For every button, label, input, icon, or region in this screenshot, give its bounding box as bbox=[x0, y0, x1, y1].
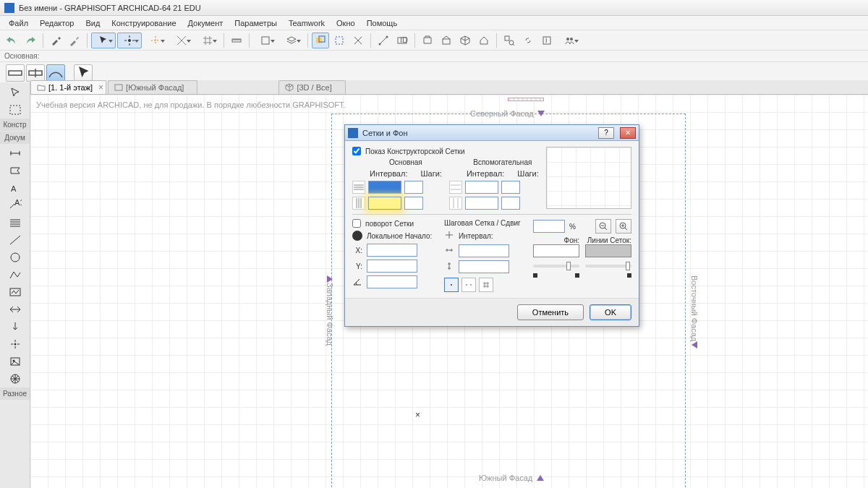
angle-input[interactable] bbox=[367, 275, 417, 288]
svg-point-30 bbox=[466, 284, 467, 286]
team-dropdown[interactable] bbox=[557, 33, 582, 48]
grid-snap-dropdown[interactable] bbox=[195, 33, 220, 48]
split-button[interactable] bbox=[349, 33, 367, 48]
zoom-in-button[interactable] bbox=[616, 219, 631, 234]
aux-v-interval-input[interactable] bbox=[465, 197, 498, 210]
trace-button[interactable] bbox=[312, 33, 329, 48]
west-elevation-marker[interactable]: Западный Фасад bbox=[326, 275, 334, 346]
3d-button[interactable] bbox=[456, 33, 474, 48]
dialog-titlebar[interactable]: Сетки и Фон ? ✕ bbox=[345, 125, 639, 141]
id-button[interactable]: ID bbox=[393, 33, 411, 48]
aux-v-steps-input[interactable] bbox=[501, 197, 520, 210]
zoom-input[interactable] bbox=[533, 220, 565, 233]
geometry-btn-1[interactable] bbox=[6, 64, 25, 82]
close-icon[interactable]: × bbox=[98, 83, 103, 92]
bg-intensity-slider[interactable] bbox=[533, 265, 579, 267]
arrow-tool[interactable] bbox=[6, 85, 25, 100]
info-button[interactable]: i bbox=[538, 33, 556, 48]
menu-window[interactable]: Окно bbox=[331, 17, 361, 29]
svg-rect-17 bbox=[9, 71, 22, 75]
geometry-btn-3[interactable] bbox=[46, 64, 65, 82]
aux-h-steps-input[interactable] bbox=[501, 181, 520, 194]
drag-handle[interactable] bbox=[508, 98, 544, 101]
svg-rect-2 bbox=[262, 37, 269, 44]
east-elevation-marker[interactable]: Восточный Фасад bbox=[690, 275, 699, 348]
cursor-tool-dropdown[interactable] bbox=[91, 33, 116, 48]
aux-h-interval-input[interactable] bbox=[465, 181, 498, 194]
menu-editor[interactable]: Редактор bbox=[34, 17, 80, 29]
tab-floor-plan[interactable]: [1. 1-й этаж] × bbox=[30, 80, 106, 94]
redo-button[interactable] bbox=[22, 33, 39, 48]
rotate-grid-checkbox[interactable] bbox=[352, 219, 361, 228]
close-button[interactable]: ✕ bbox=[620, 127, 636, 139]
south-elevation-marker[interactable]: Южный Фасад bbox=[479, 474, 544, 482]
home-button[interactable] bbox=[475, 33, 493, 48]
fill-tool[interactable] bbox=[6, 215, 25, 231]
find-select-button[interactable] bbox=[501, 33, 518, 48]
snap-mode-1[interactable] bbox=[444, 278, 459, 292]
dimension-tool[interactable] bbox=[6, 145, 25, 161]
snap-v-input[interactable] bbox=[459, 260, 509, 273]
snap-point-dropdown[interactable] bbox=[117, 33, 142, 48]
ruler-button[interactable] bbox=[228, 33, 245, 48]
menu-view[interactable]: Вид bbox=[80, 17, 106, 29]
folder-icon bbox=[37, 83, 46, 92]
lines-intensity-slider[interactable] bbox=[585, 265, 631, 267]
tab-3d[interactable]: [3D / Все] bbox=[278, 80, 345, 94]
measure-button[interactable] bbox=[375, 33, 392, 48]
ok-button[interactable]: OK bbox=[590, 304, 631, 320]
open-view-button[interactable] bbox=[419, 33, 436, 48]
menu-parameters[interactable]: Параметры bbox=[229, 17, 283, 29]
origin-x-input[interactable] bbox=[367, 244, 417, 257]
figure-tool[interactable] bbox=[6, 354, 25, 369]
menu-file[interactable]: Файл bbox=[3, 17, 34, 29]
layer-dropdown[interactable] bbox=[279, 33, 304, 48]
cursor-mode-button[interactable] bbox=[74, 64, 93, 82]
svg-point-6 bbox=[379, 43, 381, 45]
main-v-steps-input[interactable] bbox=[404, 197, 423, 210]
section-tool[interactable] bbox=[6, 301, 25, 317]
main-v-interval-input[interactable] bbox=[368, 197, 401, 210]
polyline-tool[interactable] bbox=[6, 267, 25, 283]
lines-color-swatch[interactable] bbox=[585, 244, 631, 257]
snap-mode-3[interactable] bbox=[479, 278, 493, 292]
circle-tool[interactable] bbox=[6, 249, 25, 265]
menu-construction[interactable]: Конструирование bbox=[106, 17, 182, 29]
drawing-tool[interactable] bbox=[6, 284, 25, 300]
show-grid-checkbox[interactable] bbox=[352, 147, 361, 155]
trace-ref-button[interactable] bbox=[331, 33, 348, 48]
floor-button[interactable] bbox=[438, 33, 455, 48]
grid-element-tool[interactable] bbox=[6, 371, 25, 387]
label-tool[interactable]: A1 bbox=[6, 197, 25, 213]
line-tool[interactable] bbox=[6, 232, 25, 248]
tab-south-facade[interactable]: [Южный Фасад] bbox=[108, 80, 197, 94]
marker-tool[interactable] bbox=[6, 319, 25, 335]
syringe-button[interactable] bbox=[66, 33, 83, 48]
zoom-out-button[interactable] bbox=[595, 219, 611, 234]
main-h-interval-input[interactable] bbox=[368, 181, 401, 194]
svg-point-15 bbox=[566, 38, 569, 40]
snap-guide-dropdown[interactable] bbox=[169, 33, 194, 48]
cancel-button[interactable]: Отменить bbox=[517, 304, 584, 320]
guideline-dropdown[interactable] bbox=[143, 33, 168, 48]
bg-color-swatch[interactable] bbox=[533, 244, 579, 257]
hotspot-tool[interactable] bbox=[6, 336, 25, 352]
menu-document[interactable]: Документ bbox=[182, 17, 229, 29]
snap-h-input[interactable] bbox=[459, 244, 509, 257]
level-tool[interactable] bbox=[6, 163, 25, 179]
origin-y-input[interactable] bbox=[367, 260, 417, 273]
eyedropper-button[interactable] bbox=[47, 33, 64, 48]
geometry-btn-2[interactable] bbox=[26, 64, 45, 82]
snap-mode-2[interactable] bbox=[461, 278, 476, 292]
north-elevation-marker[interactable]: Северный Фасад bbox=[470, 109, 545, 118]
main-h-steps-input[interactable] bbox=[404, 181, 423, 194]
menu-help[interactable]: Помощь bbox=[361, 17, 404, 29]
text-tool[interactable]: A bbox=[6, 180, 25, 196]
link-button[interactable] bbox=[519, 33, 537, 48]
menu-teamwork[interactable]: Teamwork bbox=[283, 17, 331, 29]
undo-button[interactable] bbox=[3, 33, 20, 48]
help-button[interactable]: ? bbox=[598, 127, 614, 139]
marquee-tool[interactable] bbox=[6, 102, 25, 118]
suspend-group-dropdown[interactable] bbox=[253, 33, 278, 48]
toolbox-panel: Констр Докум A A1 Разное bbox=[0, 82, 30, 488]
